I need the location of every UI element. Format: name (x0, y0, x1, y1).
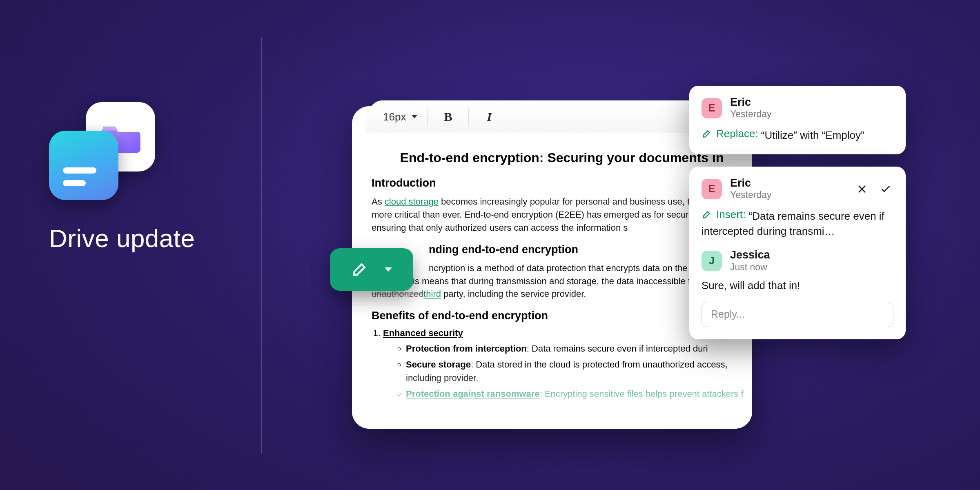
benefit-title: Enhanced security (383, 328, 463, 338)
suggesting-mode-button[interactable] (330, 248, 413, 291)
list-item: Protection from interception: Data remai… (406, 342, 752, 355)
brand-panel: Drive update (49, 102, 261, 253)
list-item-tracked-insert: Protection against ransomware: Encryptin… (406, 387, 752, 401)
edit-icon (702, 209, 712, 220)
chevron-down-icon (412, 115, 417, 118)
avatar: E (702, 179, 722, 199)
comment-author-block: Jessica Just now (730, 249, 770, 272)
reject-suggestion-button[interactable] (854, 181, 870, 197)
comment-author: Eric (730, 177, 771, 189)
comment-body: Insert: “Data remains secure even if int… (702, 207, 893, 238)
comment-body: Replace: “Utilize” with “Employ” (702, 126, 893, 143)
comment-header: E Eric Yesterday (702, 177, 893, 200)
avatar: E (702, 98, 722, 118)
page-title: Drive update (49, 224, 261, 253)
edit-icon (702, 129, 712, 139)
comment-header: J Jessica Just now (702, 249, 893, 272)
comment-timestamp: Just now (730, 262, 770, 273)
close-icon (856, 183, 868, 195)
reply-text: Sure, will add that in! (702, 279, 893, 292)
check-icon (880, 183, 891, 195)
vertical-divider (261, 37, 262, 453)
suggestion-card-replace[interactable]: E Eric Yesterday Replace: “Utilize” with… (689, 86, 906, 154)
font-size-value: 16px (383, 111, 406, 123)
italic-button[interactable]: I (480, 108, 498, 126)
suggestion-content: “Utilize” with “Employ” (761, 129, 864, 142)
comment-author-block: Eric Yesterday (730, 96, 771, 120)
editor-toolbar: 16px B I (365, 100, 745, 133)
bold-button[interactable]: B (439, 108, 457, 126)
comment-header: E Eric Yesterday (702, 96, 893, 120)
link-cloud-storage[interactable]: cloud storage (385, 196, 439, 207)
suggestion-action: Replace: (702, 126, 758, 141)
tracked-insert: third (423, 289, 441, 299)
chevron-down-icon (385, 267, 392, 272)
brand-icon-stack (49, 102, 155, 200)
reply-input[interactable] (702, 302, 893, 327)
benefits-sublist: Protection from interception: Data remai… (406, 342, 752, 401)
accept-suggestion-button[interactable] (878, 181, 893, 197)
list-item: Secure storage: Data stored in the cloud… (406, 358, 752, 385)
toolbar-separator (468, 107, 469, 127)
document-app-icon (49, 131, 118, 200)
comment-reply: J Jessica Just now Sure, will add that i… (702, 249, 893, 292)
document-icon (63, 161, 105, 186)
comment-author: Jessica (730, 249, 770, 261)
comment-timestamp: Yesterday (730, 189, 771, 200)
comment-author-block: Eric Yesterday (730, 177, 771, 200)
font-size-select[interactable]: 16px (383, 107, 428, 127)
comment-author: Eric (730, 96, 771, 108)
suggestion-action: Insert: (702, 207, 746, 222)
edit-suggest-icon (351, 261, 369, 278)
comment-timestamp: Yesterday (730, 109, 771, 120)
avatar: J (702, 251, 722, 271)
suggestion-card-insert[interactable]: E Eric Yesterday Insert: “Data remains s… (689, 167, 906, 339)
